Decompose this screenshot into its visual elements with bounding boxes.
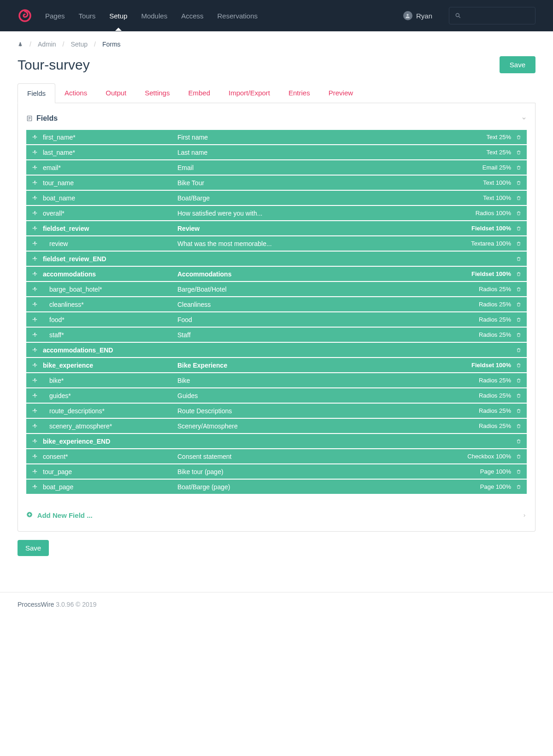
move-icon[interactable] bbox=[31, 135, 39, 140]
trash-icon[interactable] bbox=[515, 287, 522, 292]
tab-embed[interactable]: Embed bbox=[179, 83, 219, 103]
field-row[interactable]: last_name*Last nameText 25% bbox=[26, 145, 527, 159]
move-icon[interactable] bbox=[31, 393, 39, 399]
trash-icon[interactable] bbox=[515, 347, 522, 353]
move-icon[interactable] bbox=[31, 469, 39, 475]
move-icon[interactable] bbox=[31, 378, 39, 383]
move-icon[interactable] bbox=[31, 347, 39, 353]
save-button-bottom[interactable]: Save bbox=[18, 540, 49, 556]
trash-icon[interactable] bbox=[515, 423, 522, 429]
field-row[interactable]: overall*How satisfied were you with...Ra… bbox=[26, 206, 527, 220]
add-new-field[interactable]: Add New Field ... bbox=[26, 510, 527, 521]
tree-icon[interactable] bbox=[18, 41, 23, 47]
trash-icon[interactable] bbox=[515, 439, 522, 444]
field-row[interactable]: bike_experienceBike ExperienceFieldset 1… bbox=[26, 358, 527, 372]
move-icon[interactable] bbox=[31, 408, 39, 414]
field-row[interactable]: staff*StaffRadios 25% bbox=[26, 328, 527, 342]
field-row[interactable]: reviewWhat was the most memorable...Text… bbox=[26, 236, 527, 251]
field-row[interactable]: bike_experience_END bbox=[26, 434, 527, 448]
trash-icon[interactable] bbox=[515, 165, 522, 170]
trash-icon[interactable] bbox=[515, 135, 522, 140]
trash-icon[interactable] bbox=[515, 271, 522, 277]
field-row[interactable]: boat_pageBoat/Barge (page)Page 100% bbox=[26, 480, 527, 494]
field-row[interactable]: first_name*First nameText 25% bbox=[26, 130, 527, 144]
field-type: Page 100% bbox=[480, 468, 515, 475]
trash-icon[interactable] bbox=[515, 469, 522, 475]
trash-icon[interactable] bbox=[515, 317, 522, 322]
move-icon[interactable] bbox=[31, 211, 39, 216]
trash-icon[interactable] bbox=[515, 195, 522, 201]
move-icon[interactable] bbox=[31, 302, 39, 307]
nav-item-access[interactable]: Access bbox=[181, 1, 203, 31]
nav-item-tours[interactable]: Tours bbox=[79, 1, 96, 31]
trash-icon[interactable] bbox=[515, 408, 522, 414]
move-icon[interactable] bbox=[31, 256, 39, 262]
field-row[interactable]: food*FoodRadios 25% bbox=[26, 312, 527, 327]
move-icon[interactable] bbox=[31, 241, 39, 246]
breadcrumb: / Admin / Setup / Forms bbox=[18, 41, 535, 48]
move-icon[interactable] bbox=[31, 363, 39, 368]
move-icon[interactable] bbox=[31, 484, 39, 490]
field-row[interactable]: bike*BikeRadios 25% bbox=[26, 373, 527, 387]
move-icon[interactable] bbox=[31, 287, 39, 292]
tab-entries[interactable]: Entries bbox=[279, 83, 319, 103]
nav-item-modules[interactable]: Modules bbox=[141, 1, 167, 31]
field-row[interactable]: tour_pageBike tour (page)Page 100% bbox=[26, 464, 527, 479]
trash-icon[interactable] bbox=[515, 241, 522, 246]
trash-icon[interactable] bbox=[515, 393, 522, 399]
tab-actions[interactable]: Actions bbox=[55, 83, 96, 103]
field-row[interactable]: consent*Consent statementCheckbox 100% bbox=[26, 449, 527, 463]
trash-icon[interactable] bbox=[515, 378, 522, 383]
trash-icon[interactable] bbox=[515, 180, 522, 186]
trash-icon[interactable] bbox=[515, 150, 522, 155]
field-row[interactable]: scenery_atmosphere*Scenery/AtmosphereRad… bbox=[26, 419, 527, 433]
move-icon[interactable] bbox=[31, 165, 39, 170]
breadcrumb-admin[interactable]: Admin bbox=[38, 41, 56, 48]
tab-output[interactable]: Output bbox=[96, 83, 135, 103]
field-row[interactable]: fieldset_reviewReviewFieldset 100% bbox=[26, 221, 527, 235]
move-icon[interactable] bbox=[31, 332, 39, 338]
trash-icon[interactable] bbox=[515, 302, 522, 307]
trash-icon[interactable] bbox=[515, 211, 522, 216]
tab-preview[interactable]: Preview bbox=[319, 83, 362, 103]
field-row[interactable]: tour_nameBike TourText 100% bbox=[26, 176, 527, 190]
nav-item-setup[interactable]: Setup bbox=[109, 1, 127, 31]
field-row[interactable]: barge_boat_hotel*Barge/Boat/HotelRadios … bbox=[26, 282, 527, 296]
move-icon[interactable] bbox=[31, 271, 39, 277]
field-row[interactable]: email*EmailEmail 25% bbox=[26, 160, 527, 175]
nav-item-reservations[interactable]: Reservations bbox=[218, 1, 258, 31]
field-row[interactable]: cleanliness*CleanlinessRadios 25% bbox=[26, 297, 527, 311]
field-row[interactable]: boat_nameBoat/BargeText 100% bbox=[26, 191, 527, 205]
field-row[interactable]: fieldset_review_END bbox=[26, 252, 527, 266]
topbar: PagesToursSetupModulesAccessReservations… bbox=[0, 0, 553, 31]
user-menu[interactable]: Ryan bbox=[403, 11, 432, 20]
field-row[interactable]: guides*GuidesRadios 25% bbox=[26, 388, 527, 403]
tab-settings[interactable]: Settings bbox=[135, 83, 179, 103]
trash-icon[interactable] bbox=[515, 363, 522, 368]
field-row[interactable]: accommodations_END bbox=[26, 343, 527, 357]
move-icon[interactable] bbox=[31, 150, 39, 155]
trash-icon[interactable] bbox=[515, 484, 522, 490]
logo[interactable] bbox=[18, 8, 32, 23]
trash-icon[interactable] bbox=[515, 226, 522, 231]
move-icon[interactable] bbox=[31, 454, 39, 459]
move-icon[interactable] bbox=[31, 195, 39, 201]
field-row[interactable]: accommodationsAccommodationsFieldset 100… bbox=[26, 267, 527, 281]
field-row[interactable]: route_descriptions*Route DescriptionsRad… bbox=[26, 404, 527, 418]
nav-item-pages[interactable]: Pages bbox=[45, 1, 65, 31]
move-icon[interactable] bbox=[31, 226, 39, 231]
save-button[interactable]: Save bbox=[500, 56, 535, 73]
move-icon[interactable] bbox=[31, 439, 39, 444]
tab-import-export[interactable]: Import/Export bbox=[219, 83, 279, 103]
trash-icon[interactable] bbox=[515, 256, 522, 262]
move-icon[interactable] bbox=[31, 423, 39, 429]
breadcrumb-setup[interactable]: Setup bbox=[71, 41, 88, 48]
search-input[interactable] bbox=[449, 7, 535, 24]
fields-section-header[interactable]: Fields bbox=[26, 111, 527, 130]
move-icon[interactable] bbox=[31, 180, 39, 186]
trash-icon[interactable] bbox=[515, 454, 522, 459]
tab-fields[interactable]: Fields bbox=[18, 83, 55, 103]
trash-icon[interactable] bbox=[515, 332, 522, 338]
field-label: Boat/Barge (page) bbox=[177, 483, 480, 491]
move-icon[interactable] bbox=[31, 317, 39, 322]
